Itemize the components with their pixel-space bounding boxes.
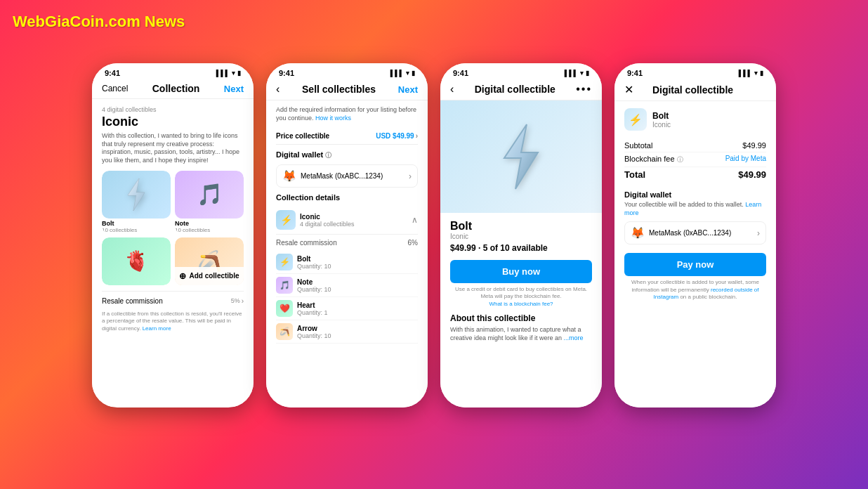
collectibles-grid: Bolt 10 collectibles 🎵 Note 10 collectib…: [102, 171, 244, 285]
back-button-3[interactable]: ‹: [450, 83, 454, 96]
wallet-box-4[interactable]: 🦊 MetaMask (0xABC...1234) ›: [624, 221, 766, 244]
resale-info-text: If a collectible from this collection is…: [102, 311, 244, 332]
bolt-sub-icon: ⚡: [276, 254, 293, 270]
iconic-collection-count: 4 digital collectibles: [300, 221, 355, 228]
total-value: $49.99: [738, 169, 766, 180]
resale-value: 5% ›: [231, 297, 244, 305]
phone-3: 9:41 ▌▌▌ ▾ ▮ ‹ Digital collectible •••: [440, 63, 602, 408]
status-icons-4: ▌▌▌ ▾ ▮: [739, 70, 763, 77]
wallet-info: 🦊 MetaMask (0xABC...1234): [282, 169, 383, 183]
digital-collectibles-count: 4 digital collectibles: [102, 106, 244, 113]
status-bar-3: 9:41 ▌▌▌ ▾ ▮: [440, 63, 602, 80]
learn-more-link[interactable]: Learn more: [143, 325, 171, 332]
close-button-4[interactable]: ✕: [624, 83, 633, 96]
heart-sub-item: ❤️ Heart Quantity: 1: [276, 297, 418, 320]
add-collectible-label: Add collectible: [189, 272, 239, 280]
wallet-section-title: Digital wallet: [624, 190, 766, 199]
total-label: Total: [624, 169, 645, 180]
page-title-2: Sell collectibles: [302, 84, 376, 95]
product-details: Bolt Iconic $49.99 · 5 of 10 available B…: [440, 213, 602, 350]
site-title: WebGiaCoin.com News: [13, 13, 185, 31]
collectible-note[interactable]: 🎵 Note 10 collectibles: [175, 171, 244, 233]
more-link[interactable]: ...more: [564, 334, 584, 341]
status-time-4: 9:41: [627, 69, 643, 77]
wifi-icon: ▾: [232, 70, 235, 77]
note-label: Note: [175, 220, 244, 227]
product-collection: Iconic: [450, 233, 592, 240]
payment-item-info: Bolt Iconic: [652, 111, 671, 129]
status-icons-2: ▌▌▌ ▾ ▮: [390, 70, 415, 77]
chevron-right-icon: ›: [242, 297, 244, 305]
bolt-label: Bolt: [102, 220, 171, 227]
svg-marker-2: [504, 124, 538, 189]
svg-marker-1: [128, 178, 145, 211]
price-label: Price collectible: [276, 132, 329, 140]
blockchain-fee-link[interactable]: What is a blockchain fee?: [489, 301, 553, 307]
add-collectible-overlay: ⊕ Add collectible: [175, 267, 244, 285]
collection-item-left: ⚡ Iconic 4 digital collectibles: [276, 210, 355, 230]
collection-description: With this collection, I wanted to bring …: [102, 132, 244, 165]
page-title-3: Digital collectible: [475, 84, 555, 95]
bolt-image: [102, 171, 171, 219]
more-button-3[interactable]: •••: [576, 83, 592, 96]
resale-commission-bar[interactable]: Resale commission 5% ›: [102, 291, 244, 311]
phone-2: 9:41 ▌▌▌ ▾ ▮ ‹ Sell collectibles Next Ad…: [266, 63, 428, 408]
back-button-2[interactable]: ‹: [276, 83, 280, 96]
add-collectible-item[interactable]: 🪃 ⊕ Add collectible: [175, 237, 244, 285]
product-image: [440, 100, 602, 213]
sell-description: Add the required information for your li…: [276, 106, 418, 122]
cancel-button[interactable]: Cancel: [102, 84, 128, 93]
collection-name: Iconic: [102, 115, 244, 129]
collection-section-header: Collection details: [276, 193, 418, 202]
collectible-bolt[interactable]: Bolt 10 collectibles: [102, 171, 171, 233]
how-it-works-link[interactable]: How it works: [315, 115, 351, 122]
next-button-2[interactable]: Next: [398, 84, 418, 95]
nav-bar-1: Cancel Collection Next: [92, 80, 254, 99]
info-icon: ⓘ: [325, 152, 331, 159]
arrow-sub-info: Arrow Quantity: 10: [297, 325, 331, 339]
note-count: 10 collectibles: [175, 227, 244, 233]
phone3-content: Bolt Iconic $49.99 · 5 of 10 available B…: [440, 100, 602, 408]
page-title-4: Digital collectible: [652, 84, 733, 96]
resale-pct-row: Resale commission 6%: [276, 239, 418, 247]
subtotal-label: Subtotal: [624, 141, 652, 150]
wifi-icon-2: ▾: [406, 70, 409, 77]
collapse-icon: ∧: [412, 215, 418, 225]
pay-now-button[interactable]: Pay now: [624, 253, 766, 276]
status-icons-3: ▌▌▌ ▾ ▮: [565, 70, 589, 77]
heart-sub-icon: ❤️: [276, 300, 293, 317]
chevron-price-icon: ›: [416, 132, 418, 140]
price-collectible-row[interactable]: Price collectible USD $49.99 ›: [276, 128, 418, 145]
phone4-content: ⚡ Bolt Iconic Subtotal $49.99 Blockchain…: [614, 101, 776, 408]
resale-label: Resale commission: [102, 297, 163, 305]
note-image: 🎵: [175, 171, 244, 219]
iconic-collection-icon: ⚡: [276, 210, 296, 230]
note-sub-item: 🎵 Note Quantity: 10: [276, 274, 418, 297]
metamask-icon: 🦊: [282, 169, 296, 183]
buy-now-button[interactable]: Buy now: [450, 260, 592, 283]
wallet-name: MetaMask (0xABC...1234): [301, 172, 383, 180]
buy-note: Use a credit or debit card to buy collec…: [450, 286, 592, 308]
phone-4: 9:41 ▌▌▌ ▾ ▮ ✕ Digital collectible ⚡ Bol…: [614, 63, 776, 408]
next-button-1[interactable]: Next: [224, 84, 244, 94]
status-time-3: 9:41: [453, 69, 468, 77]
collectible-heart[interactable]: 🫀: [102, 237, 171, 285]
metamask-icon-4: 🦊: [631, 226, 645, 240]
add-icon: ⊕: [179, 271, 186, 281]
phone1-content: 4 digital collectibles Iconic With this …: [92, 99, 254, 407]
status-time-1: 9:41: [105, 69, 120, 77]
signal-icon: ▌▌▌: [216, 70, 230, 77]
battery-icon-3: ▮: [586, 70, 589, 77]
bolt-sub-info: Bolt Quantity: 10: [297, 255, 331, 270]
status-icons-1: ▌▌▌ ▾ ▮: [216, 70, 241, 77]
nav-bar-3: ‹ Digital collectible •••: [440, 80, 602, 100]
wallet-row[interactable]: 🦊 MetaMask (0xABC...1234) ›: [276, 164, 418, 188]
battery-icon-4: ▮: [760, 70, 763, 77]
collection-iconic-row[interactable]: ⚡ Iconic 4 digital collectibles ∧: [276, 206, 418, 235]
payment-item-icon: ⚡: [624, 108, 647, 131]
wifi-icon-3: ▾: [580, 70, 584, 77]
nav-bar-2: ‹ Sell collectibles Next: [266, 80, 428, 100]
about-title: About this collectible: [450, 313, 592, 323]
wallet-chevron-4: ›: [757, 228, 760, 238]
product-price: $49.99 · 5 of 10 available: [450, 243, 592, 253]
